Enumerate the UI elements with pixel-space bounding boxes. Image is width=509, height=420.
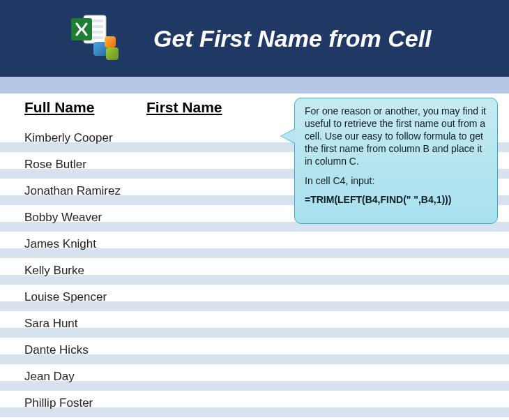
table-row: Sara Hunt <box>24 307 502 333</box>
column-header-fullname: Full Name <box>24 99 146 116</box>
sub-header-bar <box>0 77 509 93</box>
page-title: Get First Name from Cell <box>153 25 432 52</box>
cell-fullname: Phillip Foster <box>24 396 146 410</box>
cell-fullname: Sara Hunt <box>24 317 146 331</box>
title-header: Get First Name from Cell <box>0 0 509 77</box>
table-row: Jean Day <box>24 360 502 387</box>
cell-fullname: James Knight <box>24 237 146 251</box>
table-row: Kelly Burke <box>24 254 502 280</box>
table-row: Dante Hicks <box>24 333 502 360</box>
excel-icon <box>70 13 109 46</box>
callout-paragraph: In cell C4, input: <box>305 175 489 188</box>
decor-square-green-icon <box>106 47 119 60</box>
cell-fullname: Kelly Burke <box>24 264 146 278</box>
cell-fullname: Dante Hicks <box>24 343 146 357</box>
cell-fullname: Louise Spencer <box>24 290 146 304</box>
cell-fullname: Bobby Weaver <box>24 211 146 225</box>
callout-paragraph: For one reason or another, you may find … <box>305 105 489 168</box>
instruction-callout: For one reason or another, you may find … <box>294 98 498 224</box>
table-row: Louise Spencer <box>24 280 502 307</box>
cell-fullname: Rose Butler <box>24 158 146 172</box>
cell-fullname: Jonathan Ramirez <box>24 184 146 198</box>
decor-square-orange-icon <box>105 36 116 47</box>
cell-fullname: Kimberly Cooper <box>24 131 146 145</box>
callout-formula: =TRIM(LEFT(B4,FIND(" ",B4,1))) <box>305 194 489 207</box>
table-row: Phillip Foster <box>24 387 502 413</box>
excel-icon-group <box>70 13 124 63</box>
cell-fullname: Jean Day <box>24 370 146 384</box>
table-row: James Knight <box>24 227 502 254</box>
callout-tail-icon <box>281 129 295 143</box>
column-header-firstname: First Name <box>146 99 258 116</box>
